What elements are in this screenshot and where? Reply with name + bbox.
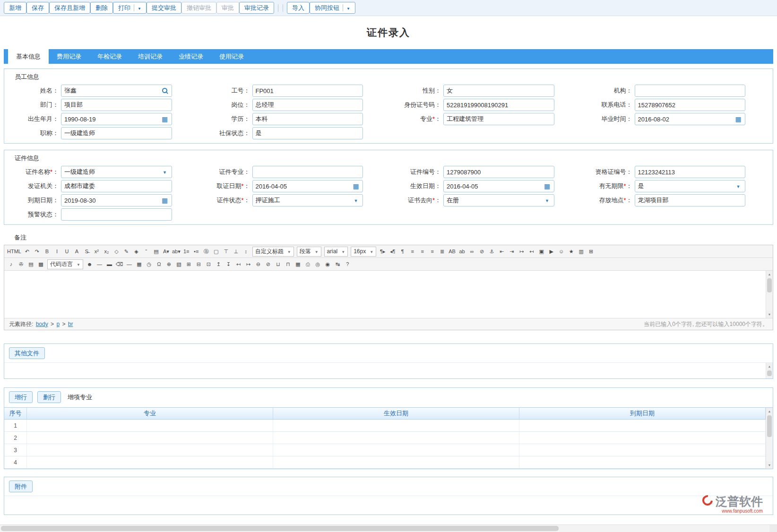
- chart-icon[interactable]: ▧: [174, 259, 184, 269]
- map-icon[interactable]: ⊕: [164, 259, 174, 269]
- omega-icon[interactable]: Ω: [154, 259, 164, 269]
- field-icon[interactable]: [544, 197, 551, 204]
- scroll-up-icon[interactable]: [766, 408, 773, 415]
- uppercase-icon[interactable]: AB: [447, 247, 457, 257]
- approval-records-button[interactable]: 审批记录: [239, 2, 274, 14]
- table-scrollbar[interactable]: [766, 408, 773, 469]
- paragraph-icon[interactable]: ¶: [397, 247, 407, 257]
- media-icon[interactable]: ♪: [6, 259, 16, 269]
- tab-training-records[interactable]: 培训记录: [130, 49, 171, 64]
- indent-decrease-icon[interactable]: ⇤: [497, 247, 507, 257]
- storage-location-field[interactable]: 龙湖项目部: [635, 194, 746, 206]
- page-break-icon[interactable]: ―: [95, 259, 104, 269]
- name-field[interactable]: 张鑫: [61, 85, 172, 97]
- image-icon[interactable]: ▣: [536, 247, 546, 257]
- field-icon[interactable]: [161, 87, 169, 94]
- print-icon[interactable]: ⎙: [303, 259, 313, 269]
- hr-icon[interactable]: —: [124, 259, 134, 269]
- cert-no-field[interactable]: 1279087900: [443, 166, 554, 178]
- tab-basic-info[interactable]: 基本信息: [8, 49, 49, 64]
- image-manager-icon[interactable]: ▤: [26, 259, 36, 269]
- qualification-no-field[interactable]: 12123242113: [635, 166, 746, 178]
- align-justify-icon[interactable]: ≣: [437, 247, 447, 257]
- lowercase-icon[interactable]: ab: [457, 247, 467, 257]
- unordered-list-icon[interactable]: •≡: [191, 247, 201, 257]
- hanging-indent-icon[interactable]: ↤: [527, 247, 536, 257]
- date-icon[interactable]: ▦: [134, 259, 144, 269]
- social-security-field[interactable]: 是: [252, 127, 363, 139]
- align-left-icon[interactable]: ≡: [407, 247, 417, 257]
- insert-col-right-icon[interactable]: ↦: [243, 259, 253, 269]
- insert-row-below-icon[interactable]: ↧: [224, 259, 233, 269]
- font-color-icon[interactable]: A▾: [161, 247, 171, 257]
- font-size-select[interactable]: 16px: [351, 247, 376, 257]
- video-icon[interactable]: ▶: [546, 247, 556, 257]
- preview-icon[interactable]: ◎: [313, 259, 323, 269]
- cell-expiry-date[interactable]: [519, 420, 766, 431]
- obtain-date-field[interactable]: 2016-04-05: [252, 180, 363, 192]
- field-icon[interactable]: [734, 182, 742, 190]
- scroll-up-icon[interactable]: [766, 271, 773, 278]
- ltr-icon[interactable]: ¶▸: [378, 247, 388, 257]
- field-icon[interactable]: [161, 197, 169, 204]
- cert-name-field[interactable]: 一级建造师: [61, 166, 172, 178]
- field-icon[interactable]: [734, 115, 742, 123]
- scroll-down-icon[interactable]: [766, 311, 773, 318]
- template-icon[interactable]: ▤: [151, 247, 161, 257]
- collaboration-button[interactable]: 协同按钮: [310, 2, 355, 14]
- field-icon[interactable]: [161, 168, 169, 176]
- link-icon[interactable]: ∞: [467, 247, 477, 257]
- remove-format-icon[interactable]: ◇: [112, 247, 121, 257]
- files-scrollbar[interactable]: [766, 363, 773, 378]
- field-icon[interactable]: [352, 182, 360, 190]
- time-icon[interactable]: ◷: [144, 259, 154, 269]
- import-button[interactable]: 导入: [287, 2, 310, 14]
- font-family-select[interactable]: arial: [324, 247, 348, 257]
- scroll-down-icon[interactable]: [766, 462, 773, 469]
- book-icon[interactable]: ▬: [104, 259, 114, 269]
- attachment-icon[interactable]: ✇: [16, 259, 26, 269]
- replace-icon[interactable]: ↹: [333, 259, 343, 269]
- delete-row-icon[interactable]: ⊖: [253, 259, 263, 269]
- organization-field[interactable]: [635, 85, 746, 97]
- anchor-text-icon[interactable]: ⓐ: [201, 247, 211, 257]
- fullscreen-icon[interactable]: ⊞: [586, 247, 596, 257]
- emoticon-icon[interactable]: ☻: [85, 259, 95, 269]
- gender-field[interactable]: 女: [443, 85, 554, 97]
- expiry-date-field[interactable]: 2019-08-30: [61, 194, 172, 206]
- rtl-icon[interactable]: ◂¶: [388, 247, 397, 257]
- education-field[interactable]: 本科: [252, 113, 363, 125]
- cell-expiry-date[interactable]: [519, 444, 766, 456]
- anchor-icon[interactable]: ⚓: [487, 247, 497, 257]
- cell-effective-date[interactable]: [273, 444, 519, 456]
- cell-effective-date[interactable]: [273, 420, 519, 431]
- column-header-no[interactable]: 序号: [4, 408, 27, 419]
- scroll-thumb[interactable]: [1, 526, 559, 531]
- italic-icon[interactable]: I: [52, 247, 62, 257]
- underline-icon[interactable]: U: [62, 247, 72, 257]
- ordered-list-icon[interactable]: 1≡: [181, 247, 191, 257]
- print-button[interactable]: 打印: [113, 2, 147, 14]
- save-and-new-button[interactable]: 保存且新增: [49, 2, 90, 14]
- scroll-thumb[interactable]: [767, 370, 772, 376]
- employee-no-field[interactable]: FP001: [252, 85, 363, 97]
- editor-content-area[interactable]: [4, 271, 773, 318]
- file-icon[interactable]: ▥: [576, 247, 586, 257]
- submit-approval-button[interactable]: 提交审批: [147, 2, 181, 14]
- has-term-field[interactable]: 是: [635, 180, 746, 192]
- subscript-icon[interactable]: x₂: [102, 247, 112, 257]
- scroll-up-icon[interactable]: [766, 363, 773, 370]
- merge-cells-icon[interactable]: ⊔: [273, 259, 283, 269]
- birth-date-field[interactable]: 1990-08-19: [61, 113, 172, 125]
- cert-status-field[interactable]: 押证施工: [252, 194, 363, 206]
- format-painter-icon[interactable]: ✎: [121, 247, 131, 257]
- path-link-p[interactable]: p: [56, 321, 60, 327]
- delete-button[interactable]: 删除: [90, 2, 113, 14]
- clear-doc-icon[interactable]: ⌫: [114, 259, 124, 269]
- paragraph-select[interactable]: 段落: [297, 247, 321, 257]
- cell-expiry-date[interactable]: [519, 456, 766, 468]
- cert-major-field[interactable]: [252, 166, 363, 178]
- issuing-authority-field[interactable]: 成都市建委: [61, 180, 172, 192]
- attachments-button[interactable]: 附件: [9, 481, 33, 492]
- department-field[interactable]: 项目部: [61, 99, 172, 111]
